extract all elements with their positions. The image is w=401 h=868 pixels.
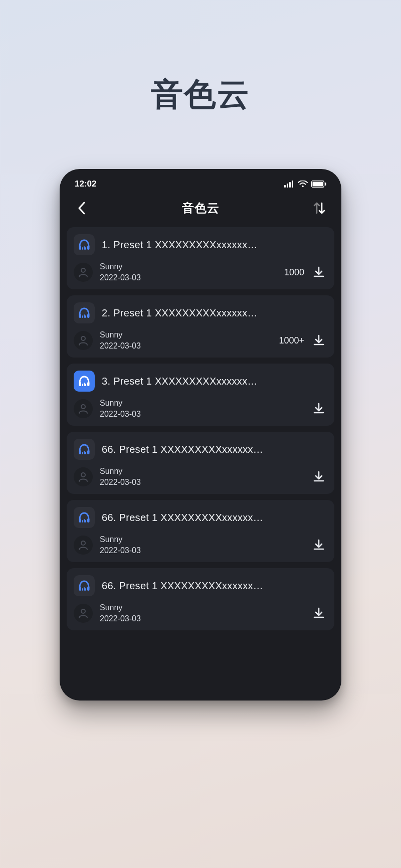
preset-user: Sunny bbox=[100, 262, 284, 271]
preset-user: Sunny bbox=[100, 399, 311, 408]
preset-date: 2022-03-03 bbox=[100, 614, 311, 623]
preset-date: 2022-03-03 bbox=[100, 410, 311, 419]
download-button[interactable] bbox=[311, 469, 326, 484]
svg-rect-40 bbox=[82, 588, 83, 591]
svg-rect-8 bbox=[79, 246, 82, 250]
download-button[interactable] bbox=[311, 265, 326, 280]
svg-rect-9 bbox=[87, 246, 90, 250]
preset-card[interactable]: 2. Preset 1 XXXXXXXXXxxxxxx…Sunny2022-03… bbox=[67, 295, 334, 358]
svg-rect-7 bbox=[325, 183, 326, 186]
preset-user: Sunny bbox=[100, 467, 311, 476]
preset-title: 1. Preset 1 XXXXXXXXXxxxxxx… bbox=[102, 239, 326, 251]
svg-rect-34 bbox=[82, 520, 83, 523]
svg-rect-29 bbox=[84, 451, 85, 454]
download-count: 1000+ bbox=[279, 335, 304, 346]
user-avatar-icon bbox=[74, 399, 93, 418]
preset-date: 2022-03-03 bbox=[100, 546, 311, 555]
wifi-icon bbox=[298, 181, 308, 188]
svg-rect-28 bbox=[82, 452, 83, 454]
sort-button[interactable] bbox=[309, 198, 329, 218]
back-button[interactable] bbox=[72, 198, 92, 218]
preset-card[interactable]: 66. Preset 1 XXXXXXXXXxxxxxx…Sunny2022-0… bbox=[67, 500, 334, 562]
svg-rect-2 bbox=[289, 182, 291, 188]
preset-list: 1. Preset 1 XXXXXXXXXxxxxxx…Sunny2022-03… bbox=[67, 227, 334, 630]
svg-rect-35 bbox=[84, 519, 85, 523]
svg-rect-0 bbox=[284, 185, 286, 188]
svg-rect-26 bbox=[79, 450, 82, 454]
preset-title: 66. Preset 1 XXXXXXXXXxxxxxx… bbox=[102, 512, 326, 524]
preset-title: 66. Preset 1 XXXXXXXXXxxxxxx… bbox=[102, 444, 326, 455]
download-button[interactable] bbox=[311, 538, 326, 553]
download-button[interactable] bbox=[311, 401, 326, 416]
preset-card[interactable]: 66. Preset 1 XXXXXXXXXxxxxxx…Sunny2022-0… bbox=[67, 568, 334, 630]
preset-title: 2. Preset 1 XXXXXXXXXxxxxxx… bbox=[102, 307, 326, 319]
preset-date: 2022-03-03 bbox=[100, 273, 284, 282]
cellular-icon bbox=[284, 181, 294, 188]
headphones-icon bbox=[74, 234, 95, 255]
headphones-icon bbox=[74, 302, 95, 323]
svg-rect-24 bbox=[85, 384, 86, 386]
svg-rect-18 bbox=[85, 315, 86, 318]
nav-title: 音色云 bbox=[182, 200, 220, 216]
headphones-icon bbox=[74, 439, 95, 460]
svg-rect-36 bbox=[85, 520, 86, 523]
svg-rect-16 bbox=[82, 315, 83, 318]
status-time: 12:02 bbox=[75, 179, 96, 189]
svg-rect-39 bbox=[87, 587, 90, 591]
preset-card[interactable]: 66. Preset 1 XXXXXXXXXxxxxxx…Sunny2022-0… bbox=[67, 432, 334, 494]
phone-frame: 12:02 音色云 1. Preset 1 XXXXXXXXXxxxxxx…Su… bbox=[60, 169, 341, 701]
headphones-icon bbox=[74, 575, 95, 596]
user-avatar-icon bbox=[74, 467, 93, 486]
user-avatar-icon bbox=[74, 604, 93, 623]
preset-date: 2022-03-03 bbox=[100, 478, 311, 487]
download-button[interactable] bbox=[311, 333, 326, 348]
preset-user: Sunny bbox=[100, 535, 311, 544]
preset-card[interactable]: 3. Preset 1 XXXXXXXXXxxxxxx…Sunny2022-03… bbox=[67, 364, 334, 426]
svg-point-37 bbox=[81, 541, 85, 545]
svg-point-19 bbox=[81, 336, 85, 340]
svg-point-43 bbox=[81, 609, 85, 613]
preset-card[interactable]: 1. Preset 1 XXXXXXXXXxxxxxx…Sunny2022-03… bbox=[67, 227, 334, 289]
svg-rect-1 bbox=[287, 184, 288, 188]
svg-rect-15 bbox=[87, 314, 90, 318]
svg-rect-20 bbox=[79, 382, 82, 386]
svg-rect-21 bbox=[87, 382, 90, 386]
svg-point-4 bbox=[302, 186, 304, 188]
battery-icon bbox=[311, 181, 326, 188]
svg-rect-11 bbox=[84, 246, 85, 250]
svg-rect-17 bbox=[84, 314, 85, 318]
svg-rect-42 bbox=[85, 588, 86, 591]
preset-user: Sunny bbox=[100, 330, 279, 339]
page-heading: 音色云 bbox=[151, 73, 250, 116]
headphones-icon bbox=[74, 507, 95, 528]
download-button[interactable] bbox=[311, 606, 326, 621]
svg-rect-32 bbox=[79, 518, 82, 523]
preset-title: 3. Preset 1 XXXXXXXXXxxxxxx… bbox=[102, 376, 326, 387]
svg-rect-12 bbox=[85, 247, 86, 250]
preset-date: 2022-03-03 bbox=[100, 341, 279, 351]
user-avatar-icon bbox=[74, 331, 93, 350]
svg-point-25 bbox=[81, 405, 85, 409]
svg-rect-30 bbox=[85, 452, 86, 454]
svg-rect-41 bbox=[84, 587, 85, 591]
download-count: 1000 bbox=[284, 267, 304, 278]
svg-point-31 bbox=[81, 473, 85, 477]
svg-rect-3 bbox=[292, 181, 293, 188]
user-avatar-icon bbox=[74, 536, 93, 555]
preset-title: 66. Preset 1 XXXXXXXXXxxxxxx… bbox=[102, 580, 326, 592]
preset-user: Sunny bbox=[100, 603, 311, 612]
user-avatar-icon bbox=[74, 263, 93, 282]
svg-rect-38 bbox=[79, 587, 82, 591]
svg-rect-27 bbox=[87, 450, 90, 454]
headphones-icon bbox=[74, 371, 95, 392]
svg-rect-14 bbox=[79, 314, 82, 318]
svg-point-13 bbox=[81, 268, 85, 272]
svg-rect-23 bbox=[84, 383, 85, 386]
svg-rect-10 bbox=[82, 247, 83, 250]
svg-rect-6 bbox=[313, 182, 323, 187]
svg-rect-33 bbox=[87, 518, 90, 523]
svg-rect-22 bbox=[82, 384, 83, 386]
status-bar: 12:02 bbox=[67, 175, 334, 193]
nav-bar: 音色云 bbox=[67, 193, 334, 227]
